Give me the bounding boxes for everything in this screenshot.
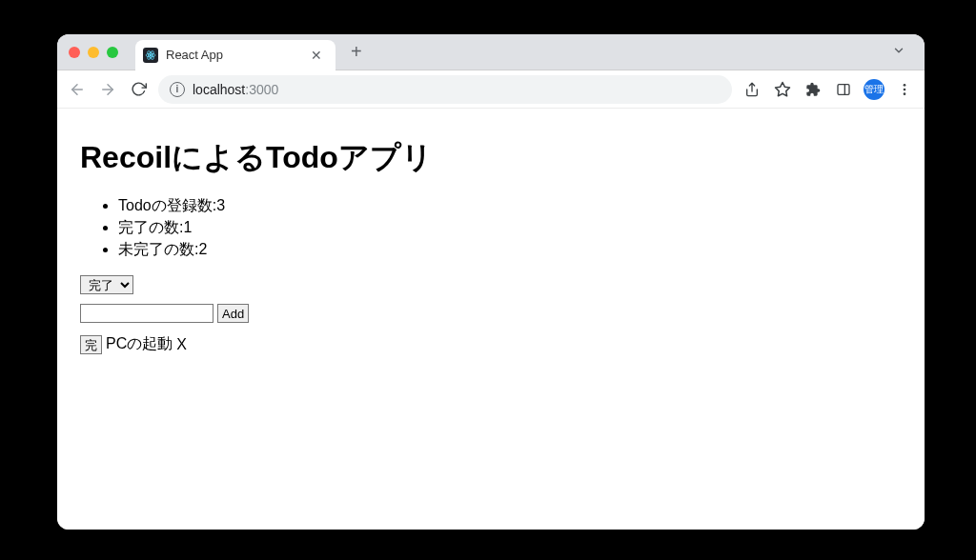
tab-title: React App bbox=[166, 48, 299, 62]
window-close-button[interactable] bbox=[69, 47, 80, 58]
todo-toggle-button[interactable]: 完 bbox=[80, 335, 102, 354]
bookmark-star-icon[interactable] bbox=[772, 79, 793, 100]
site-info-icon[interactable]: i bbox=[170, 82, 185, 97]
tab-close-button[interactable]: ✕ bbox=[307, 46, 326, 65]
page-heading: RecoilによるTodoアプリ bbox=[80, 137, 902, 179]
sidepanel-icon[interactable] bbox=[833, 79, 854, 100]
todo-delete-button[interactable]: X bbox=[176, 336, 187, 353]
profile-avatar[interactable]: 管理 bbox=[864, 79, 884, 100]
filter-select[interactable]: 完了 bbox=[80, 275, 133, 294]
traffic-lights bbox=[69, 47, 118, 58]
todo-title: PCの起動 bbox=[106, 334, 173, 354]
new-todo-input[interactable] bbox=[80, 304, 214, 323]
share-icon[interactable] bbox=[742, 79, 762, 100]
kebab-menu-icon[interactable] bbox=[894, 79, 915, 100]
react-favicon-icon bbox=[143, 48, 158, 63]
browser-tab[interactable]: React App ✕ bbox=[135, 40, 336, 70]
forward-button[interactable] bbox=[97, 79, 118, 100]
url-port: :3000 bbox=[245, 82, 278, 97]
window-minimize-button[interactable] bbox=[88, 47, 99, 58]
browser-toolbar: i localhost:3000 管理 bbox=[57, 70, 925, 109]
svg-marker-7 bbox=[776, 82, 790, 95]
svg-point-11 bbox=[904, 88, 906, 90]
window-zoom-button[interactable] bbox=[107, 47, 118, 58]
url-host: localhost bbox=[193, 82, 245, 97]
stat-incomplete: 未完了の数:2 bbox=[118, 240, 902, 260]
svg-point-12 bbox=[904, 92, 906, 95]
svg-point-10 bbox=[904, 84, 906, 87]
extensions-icon[interactable] bbox=[803, 79, 824, 100]
add-button[interactable]: Add bbox=[217, 304, 249, 323]
todo-item: 完 PCの起動X bbox=[80, 334, 902, 354]
stats-list: Todoの登録数:3 完了の数:1 未完了の数:2 bbox=[80, 196, 902, 260]
address-bar[interactable]: i localhost:3000 bbox=[158, 75, 732, 104]
tabs-overflow-button[interactable] bbox=[884, 44, 913, 60]
page-content: RecoilによるTodoアプリ Todoの登録数:3 完了の数:1 未完了の数… bbox=[57, 109, 925, 530]
back-button[interactable] bbox=[67, 79, 88, 100]
new-tab-button[interactable]: + bbox=[343, 41, 370, 63]
browser-window: React App ✕ + i localhost:3000 bbox=[57, 34, 925, 530]
url-text: localhost:3000 bbox=[193, 82, 278, 97]
window-titlebar: React App ✕ + bbox=[57, 34, 925, 70]
reload-button[interactable] bbox=[128, 79, 149, 100]
svg-rect-8 bbox=[838, 84, 849, 94]
stat-completed: 完了の数:1 bbox=[118, 218, 902, 238]
stat-total: Todoの登録数:3 bbox=[118, 196, 902, 216]
svg-point-0 bbox=[150, 54, 152, 56]
